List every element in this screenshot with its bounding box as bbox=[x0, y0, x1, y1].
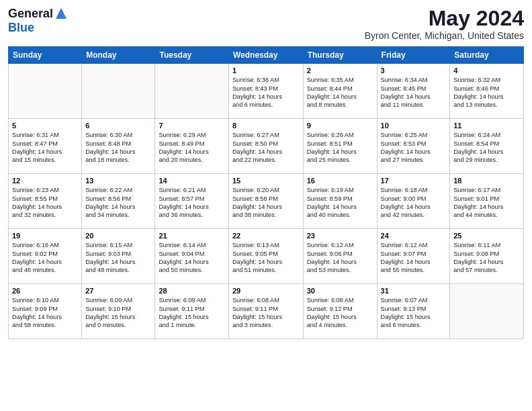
table-row: 13Sunrise: 6:22 AM Sunset: 8:56 PM Dayli… bbox=[82, 174, 155, 229]
day-info: Sunrise: 6:26 AM Sunset: 8:51 PM Dayligh… bbox=[307, 131, 373, 165]
day-info: Sunrise: 6:19 AM Sunset: 8:59 PM Dayligh… bbox=[307, 186, 373, 220]
weekday-header-row: Sunday Monday Tuesday Wednesday Thursday… bbox=[9, 47, 524, 64]
table-row: 24Sunrise: 6:12 AM Sunset: 9:07 PM Dayli… bbox=[377, 229, 450, 284]
logo: General Blue bbox=[8, 7, 68, 35]
day-number: 25 bbox=[453, 232, 520, 240]
table-row: 31Sunrise: 6:07 AM Sunset: 9:13 PM Dayli… bbox=[377, 284, 450, 339]
day-number: 14 bbox=[159, 177, 224, 185]
table-row: 18Sunrise: 6:17 AM Sunset: 9:01 PM Dayli… bbox=[450, 174, 524, 229]
table-row: 26Sunrise: 6:10 AM Sunset: 9:09 PM Dayli… bbox=[9, 284, 82, 339]
day-info: Sunrise: 6:07 AM Sunset: 9:13 PM Dayligh… bbox=[381, 296, 447, 330]
calendar-week-3: 12Sunrise: 6:23 AM Sunset: 8:55 PM Dayli… bbox=[9, 174, 524, 229]
day-info: Sunrise: 6:20 AM Sunset: 8:58 PM Dayligh… bbox=[232, 186, 300, 220]
day-info: Sunrise: 6:36 AM Sunset: 8:43 PM Dayligh… bbox=[232, 76, 300, 109]
day-info: Sunrise: 6:09 AM Sunset: 9:10 PM Dayligh… bbox=[85, 296, 151, 330]
day-info: Sunrise: 6:16 AM Sunset: 9:02 PM Dayligh… bbox=[12, 241, 78, 275]
day-number: 3 bbox=[381, 66, 447, 75]
day-number: 7 bbox=[159, 122, 224, 130]
day-info: Sunrise: 6:18 AM Sunset: 9:00 PM Dayligh… bbox=[381, 186, 447, 220]
table-row: 2Sunrise: 6:35 AM Sunset: 8:44 PM Daylig… bbox=[303, 64, 377, 119]
calendar-week-2: 5Sunrise: 6:31 AM Sunset: 8:47 PM Daylig… bbox=[9, 119, 524, 174]
table-row bbox=[155, 64, 228, 119]
day-info: Sunrise: 6:12 AM Sunset: 9:06 PM Dayligh… bbox=[307, 241, 373, 275]
day-info: Sunrise: 6:22 AM Sunset: 8:56 PM Dayligh… bbox=[85, 186, 151, 220]
table-row: 25Sunrise: 6:11 AM Sunset: 9:08 PM Dayli… bbox=[450, 229, 524, 284]
day-number: 2 bbox=[307, 66, 373, 75]
day-number: 5 bbox=[12, 122, 78, 130]
table-row: 9Sunrise: 6:26 AM Sunset: 8:51 PM Daylig… bbox=[303, 119, 377, 174]
table-row: 30Sunrise: 6:08 AM Sunset: 9:12 PM Dayli… bbox=[303, 284, 377, 339]
day-number: 29 bbox=[232, 287, 300, 295]
day-info: Sunrise: 6:13 AM Sunset: 9:05 PM Dayligh… bbox=[232, 241, 300, 275]
table-row: 20Sunrise: 6:15 AM Sunset: 9:03 PM Dayli… bbox=[82, 229, 155, 284]
calendar-table: Sunday Monday Tuesday Wednesday Thursday… bbox=[8, 46, 524, 339]
day-number: 4 bbox=[453, 66, 520, 75]
header-friday: Friday bbox=[377, 47, 450, 64]
table-row bbox=[450, 284, 524, 339]
day-number: 23 bbox=[307, 232, 373, 240]
calendar-week-5: 26Sunrise: 6:10 AM Sunset: 9:09 PM Dayli… bbox=[9, 284, 524, 339]
day-info: Sunrise: 6:15 AM Sunset: 9:03 PM Dayligh… bbox=[85, 241, 151, 275]
day-number: 1 bbox=[232, 66, 300, 75]
table-row: 28Sunrise: 6:09 AM Sunset: 9:11 PM Dayli… bbox=[155, 284, 228, 339]
table-row: 12Sunrise: 6:23 AM Sunset: 8:55 PM Dayli… bbox=[9, 174, 82, 229]
day-number: 22 bbox=[232, 232, 300, 240]
header-sunday: Sunday bbox=[9, 47, 82, 64]
day-number: 30 bbox=[307, 287, 373, 295]
month-title: May 2024 bbox=[365, 7, 524, 30]
day-info: Sunrise: 6:31 AM Sunset: 8:47 PM Dayligh… bbox=[12, 131, 78, 165]
table-row: 10Sunrise: 6:25 AM Sunset: 8:53 PM Dayli… bbox=[377, 119, 450, 174]
day-info: Sunrise: 6:11 AM Sunset: 9:08 PM Dayligh… bbox=[453, 241, 520, 275]
day-info: Sunrise: 6:32 AM Sunset: 8:46 PM Dayligh… bbox=[453, 76, 520, 109]
table-row bbox=[9, 64, 82, 119]
table-row: 1Sunrise: 6:36 AM Sunset: 8:43 PM Daylig… bbox=[228, 64, 303, 119]
table-row: 11Sunrise: 6:24 AM Sunset: 8:54 PM Dayli… bbox=[450, 119, 524, 174]
day-info: Sunrise: 6:35 AM Sunset: 8:44 PM Dayligh… bbox=[307, 76, 373, 109]
logo-general: General bbox=[8, 7, 53, 21]
day-info: Sunrise: 6:27 AM Sunset: 8:50 PM Dayligh… bbox=[232, 131, 300, 165]
day-number: 13 bbox=[85, 177, 151, 185]
day-info: Sunrise: 6:23 AM Sunset: 8:55 PM Dayligh… bbox=[12, 186, 78, 220]
table-row: 22Sunrise: 6:13 AM Sunset: 9:05 PM Dayli… bbox=[228, 229, 303, 284]
day-info: Sunrise: 6:08 AM Sunset: 9:11 PM Dayligh… bbox=[232, 296, 300, 330]
day-number: 27 bbox=[85, 287, 151, 295]
table-row: 7Sunrise: 6:29 AM Sunset: 8:49 PM Daylig… bbox=[155, 119, 228, 174]
day-info: Sunrise: 6:12 AM Sunset: 9:07 PM Dayligh… bbox=[381, 241, 447, 275]
day-number: 20 bbox=[85, 232, 151, 240]
day-number: 26 bbox=[12, 287, 78, 295]
table-row: 14Sunrise: 6:21 AM Sunset: 8:57 PM Dayli… bbox=[155, 174, 228, 229]
day-number: 31 bbox=[381, 287, 447, 295]
day-number: 28 bbox=[159, 287, 224, 295]
day-info: Sunrise: 6:25 AM Sunset: 8:53 PM Dayligh… bbox=[381, 131, 447, 165]
table-row: 5Sunrise: 6:31 AM Sunset: 8:47 PM Daylig… bbox=[9, 119, 82, 174]
day-number: 12 bbox=[12, 177, 78, 185]
day-info: Sunrise: 6:21 AM Sunset: 8:57 PM Dayligh… bbox=[159, 186, 224, 220]
page-header: General Blue May 2024 Byron Center, Mich… bbox=[8, 7, 524, 41]
day-info: Sunrise: 6:24 AM Sunset: 8:54 PM Dayligh… bbox=[453, 131, 520, 165]
day-number: 9 bbox=[307, 122, 373, 130]
header-thursday: Thursday bbox=[303, 47, 377, 64]
table-row: 8Sunrise: 6:27 AM Sunset: 8:50 PM Daylig… bbox=[228, 119, 303, 174]
header-tuesday: Tuesday bbox=[155, 47, 228, 64]
day-info: Sunrise: 6:08 AM Sunset: 9:12 PM Dayligh… bbox=[307, 296, 373, 330]
day-info: Sunrise: 6:34 AM Sunset: 8:45 PM Dayligh… bbox=[381, 76, 447, 109]
table-row: 6Sunrise: 6:30 AM Sunset: 8:48 PM Daylig… bbox=[82, 119, 155, 174]
logo-icon bbox=[54, 7, 68, 21]
table-row: 3Sunrise: 6:34 AM Sunset: 8:45 PM Daylig… bbox=[377, 64, 450, 119]
day-number: 24 bbox=[381, 232, 447, 240]
day-number: 15 bbox=[232, 177, 300, 185]
day-number: 17 bbox=[381, 177, 447, 185]
title-block: May 2024 Byron Center, Michigan, United … bbox=[365, 7, 524, 41]
header-saturday: Saturday bbox=[450, 47, 524, 64]
day-info: Sunrise: 6:17 AM Sunset: 9:01 PM Dayligh… bbox=[453, 186, 520, 220]
day-number: 11 bbox=[453, 122, 520, 130]
header-monday: Monday bbox=[82, 47, 155, 64]
day-info: Sunrise: 6:30 AM Sunset: 8:48 PM Dayligh… bbox=[85, 131, 151, 165]
day-info: Sunrise: 6:10 AM Sunset: 9:09 PM Dayligh… bbox=[12, 296, 78, 330]
day-info: Sunrise: 6:29 AM Sunset: 8:49 PM Dayligh… bbox=[159, 131, 224, 165]
day-info: Sunrise: 6:09 AM Sunset: 9:11 PM Dayligh… bbox=[159, 296, 224, 330]
table-row: 29Sunrise: 6:08 AM Sunset: 9:11 PM Dayli… bbox=[228, 284, 303, 339]
table-row: 23Sunrise: 6:12 AM Sunset: 9:06 PM Dayli… bbox=[303, 229, 377, 284]
table-row: 19Sunrise: 6:16 AM Sunset: 9:02 PM Dayli… bbox=[9, 229, 82, 284]
day-number: 18 bbox=[453, 177, 520, 185]
